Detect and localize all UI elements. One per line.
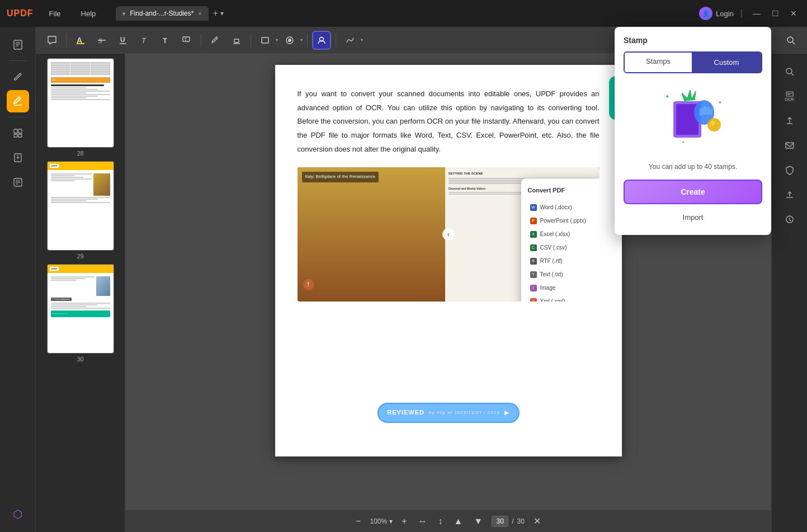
tab-label: Find-and-...r-Studies* <box>130 10 194 17</box>
svg-text:✦: ✦ <box>682 140 685 144</box>
reviewed-stamp: REVIEWED by 00p at 2023/11/07 / 2023 ▶ <box>377 403 519 423</box>
right-history-button[interactable] <box>778 208 801 230</box>
fit-width-button[interactable]: ↔ <box>416 514 430 529</box>
svg-rect-35 <box>786 92 793 96</box>
svg-rect-46 <box>710 109 712 115</box>
right-export-button[interactable] <box>778 110 801 132</box>
zoom-dropdown-icon[interactable]: ▾ <box>389 517 393 525</box>
xml-icon: X <box>530 298 537 302</box>
text-box-tool-button[interactable]: T <box>156 31 175 50</box>
shape-tool-arrow[interactable]: ▾ <box>276 37 278 43</box>
svg-rect-7 <box>14 134 17 137</box>
color-tool-arrow[interactable]: ▾ <box>300 37 303 43</box>
shape-tool-group: ▾ <box>256 31 278 50</box>
convert-pdf-popup: Convert PDF W Word (.docx) P PowerPoint … <box>521 178 600 302</box>
sidebar-item-extract[interactable] <box>7 147 29 169</box>
login-button[interactable]: 👤 Login <box>699 7 734 20</box>
convert-csv-button[interactable]: C CSV (.csv) <box>528 241 600 255</box>
convert-xml-button[interactable]: X Xml (.xml) <box>528 295 600 302</box>
thumbnail-page-30[interactable]: UPDF <box>40 264 120 362</box>
zoom-in-button[interactable]: + <box>399 514 409 529</box>
convert-text-button[interactable]: T Text (.txt) <box>528 268 600 281</box>
search-button[interactable] <box>781 31 800 50</box>
tab-bar: ▾ Find-and-...r-Studies* × + ▾ <box>116 6 695 21</box>
sidebar-item-layers[interactable]: ⬡ <box>7 503 29 525</box>
svg-text:T: T <box>141 36 147 45</box>
tab-dropdown-icon[interactable]: ▾ <box>122 11 125 17</box>
signature-tool-arrow[interactable]: ▾ <box>361 37 363 43</box>
ppt-icon: P <box>530 218 537 224</box>
stamp-tabs: Stamps Custom <box>624 51 762 73</box>
convert-image-button[interactable]: I Image <box>528 281 600 295</box>
svg-point-47 <box>707 118 721 131</box>
thumbnail-img-29: UPDF <box>47 161 114 251</box>
page-down-button[interactable]: ▼ <box>471 514 485 529</box>
shape-tool-button[interactable] <box>256 31 275 50</box>
tab-add-button[interactable]: + <box>213 8 218 18</box>
pencil-tool-button[interactable] <box>206 31 225 50</box>
word-icon: W <box>530 204 537 211</box>
tab-more-button[interactable]: ▾ <box>220 10 224 17</box>
svg-text:✦: ✦ <box>665 93 669 100</box>
convert-excel-button[interactable]: X Excel (.xlsx) <box>528 228 600 241</box>
right-protect-button[interactable] <box>778 159 801 181</box>
titlebar: UPDF File Help ▾ Find-and-...r-Studies* … <box>0 0 807 27</box>
convert-word-button[interactable]: W Word (.docx) <box>528 201 600 214</box>
stamp-tab-stamps[interactable]: Stamps <box>625 53 692 72</box>
reviewed-expand-icon[interactable]: ▶ <box>504 408 509 418</box>
convert-rtf-label: RTF (.rtf) <box>540 256 563 266</box>
toolbar-sep-5 <box>336 34 336 47</box>
file-menu[interactable]: File <box>45 7 65 20</box>
text-tool-button[interactable]: T <box>135 31 154 50</box>
underline-tool-button[interactable]: U <box>114 31 133 50</box>
current-tab[interactable]: ▾ Find-and-...r-Studies* × <box>116 6 208 21</box>
thumbnail-page-29[interactable]: UPDF <box>40 161 120 260</box>
right-upload-button[interactable] <box>778 183 801 206</box>
tab-close-button[interactable]: × <box>198 10 201 17</box>
help-menu[interactable]: Help <box>77 7 101 20</box>
maximize-button[interactable]: ☐ <box>768 8 782 19</box>
doc-img-prev-button[interactable]: ‹ <box>442 228 455 241</box>
svg-text:✦: ✦ <box>718 100 722 105</box>
zoom-out-button[interactable]: − <box>353 514 363 529</box>
comment-tool-button[interactable] <box>43 31 62 50</box>
highlight-tool-button[interactable]: A <box>71 31 90 50</box>
signature-tool-button[interactable] <box>341 31 360 50</box>
page-number-input[interactable] <box>492 516 508 527</box>
right-search-button[interactable] <box>778 60 801 83</box>
stamp-tool-button[interactable] <box>312 31 331 50</box>
fit-page-button[interactable]: ↕ <box>436 514 445 529</box>
sidebar-item-organize[interactable] <box>7 122 29 144</box>
convert-xml-label: Xml (.xml) <box>540 296 565 302</box>
thumbnail-page-28[interactable]: 06 28 <box>40 58 120 157</box>
convert-rtf-button[interactable]: R RTF (.rtf) <box>528 255 600 268</box>
stamp-create-button[interactable]: Create <box>624 180 762 204</box>
color-tool-button[interactable] <box>280 31 299 50</box>
right-email-button[interactable] <box>778 134 801 157</box>
sidebar-item-forms[interactable] <box>7 171 29 194</box>
logo-df: DF <box>20 8 33 18</box>
eraser-tool-button[interactable] <box>227 31 246 50</box>
convert-ppt-button[interactable]: P PowerPoint (.pptx) <box>528 214 600 228</box>
window-controls: — ☐ ✕ <box>749 8 800 19</box>
sidebar-item-read[interactable] <box>7 34 29 56</box>
page-nav: / 30 <box>492 516 525 527</box>
stamp-panel: Stamp Stamps Custom ✦ ✦ ✦ You can add up <box>615 27 771 235</box>
close-nav-button[interactable]: ✕ <box>531 514 543 529</box>
close-button[interactable]: ✕ <box>787 8 800 19</box>
sidebar-item-annotate[interactable] <box>7 90 29 112</box>
thumbnail-num-28: 28 <box>77 150 83 157</box>
stamp-tab-custom[interactable]: Custom <box>692 53 761 72</box>
thumbnail-num-30: 30 <box>77 356 83 362</box>
svg-rect-5 <box>14 129 17 133</box>
sidebar-bottom: ⬡ <box>7 503 29 525</box>
page-up-button[interactable]: ▲ <box>452 514 465 529</box>
stamp-import-button[interactable]: Import <box>624 209 762 226</box>
login-label: Login <box>716 10 734 18</box>
right-ocr-button[interactable]: OCR <box>778 85 801 107</box>
sidebar-item-edit[interactable] <box>7 65 29 88</box>
strikethrough-tool-button[interactable]: S <box>92 31 111 50</box>
text-callout-tool-button[interactable]: T <box>177 31 196 50</box>
reviewed-text: REVIEWED <box>387 407 424 418</box>
minimize-button[interactable]: — <box>749 8 764 19</box>
